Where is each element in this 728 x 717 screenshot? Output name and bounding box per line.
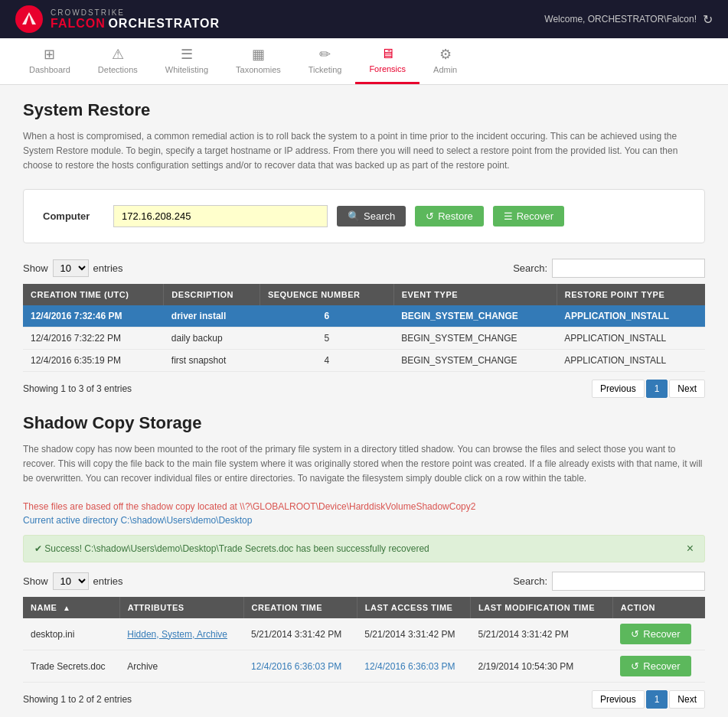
previous-button-1[interactable]: Previous <box>592 380 645 398</box>
recover-row-icon: ↺ <box>631 628 639 640</box>
cell-last-mod: 2/19/2014 10:54:30 PM <box>471 650 613 683</box>
attributes-link[interactable]: Hidden, System, Archive <box>127 629 227 640</box>
previous-button-2[interactable]: Previous <box>592 690 645 709</box>
col-restore-point-type: RESTORE POINT TYPE <box>557 284 705 305</box>
sort-arrow-name: ▲ <box>63 604 70 612</box>
cell-action: ↺ Recover <box>612 618 705 650</box>
cell-event-type: BEGIN_SYSTEM_CHANGE <box>393 327 557 349</box>
nav-item-taxonomies[interactable]: ▦ Taxonomies <box>222 38 295 84</box>
nav-item-dashboard[interactable]: ⊞ Dashboard <box>15 38 84 84</box>
whitelisting-icon: ☰ <box>181 46 193 63</box>
cell-name: desktop.ini <box>23 618 119 650</box>
cell-description: first snapshot <box>164 349 260 371</box>
nav-item-admin[interactable]: ⚙ Admin <box>419 38 471 84</box>
show-entries-1: Show 10 25 50 entries <box>23 259 123 277</box>
nav-label-taxonomies: Taxonomies <box>236 65 281 74</box>
show-entries-2: Show 10 25 50 entries <box>23 572 123 590</box>
close-alert-button[interactable]: × <box>687 542 694 556</box>
cell-sequence-number: 6 <box>260 305 393 328</box>
search-label-2: Search: <box>513 575 547 587</box>
next-button-1[interactable]: Next <box>669 380 705 398</box>
shadow-copy-description: The shadow copy has now been mounted to … <box>23 442 705 487</box>
shadow-table: NAME ▲ ATTRIBUTES CREATION TIME LAST ACC… <box>23 597 705 683</box>
shadow-table-head: NAME ▲ ATTRIBUTES CREATION TIME LAST ACC… <box>23 597 705 618</box>
recover-row-icon: ↺ <box>631 660 639 672</box>
table-row[interactable]: 12/4/2016 7:32:22 PM daily backup 5 BEGI… <box>23 327 705 349</box>
search-input-2[interactable] <box>552 572 705 591</box>
show-label-2: Show <box>23 575 48 587</box>
shadow-copy-title: Shadow Copy Storage <box>23 413 705 433</box>
search-button[interactable]: 🔍 Search <box>337 206 406 227</box>
nav-item-ticketing[interactable]: ✏ Ticketing <box>295 38 356 84</box>
nav-label-admin: Admin <box>433 65 457 74</box>
recover-button[interactable]: ☰ Recover <box>493 206 564 227</box>
next-button-2[interactable]: Next <box>669 690 705 709</box>
page-1-button-2[interactable]: 1 <box>646 690 668 709</box>
sc-col-last-access: LAST ACCESS TIME <box>357 597 470 618</box>
table-controls-2: Show 10 25 50 entries Search: <box>23 572 705 591</box>
recover-row-button[interactable]: ↺ Recover <box>620 624 690 644</box>
table-row[interactable]: Trade Secrets.doc Archive 12/4/2016 6:36… <box>23 650 705 683</box>
computer-form-card: Computer 🔍 Search ↺ Restore ☰ Recover <box>23 189 705 243</box>
cell-sequence-number: 4 <box>260 349 393 371</box>
system-restore-description: When a host is compromised, a common rem… <box>23 129 705 174</box>
cell-creation-time: 12/4/2016 7:32:46 PM <box>23 305 164 328</box>
table-row[interactable]: 12/4/2016 7:32:46 PM driver install 6 BE… <box>23 305 705 328</box>
nav-label-detections: Detections <box>98 65 138 74</box>
recover-row-button[interactable]: ↺ Recover <box>620 656 690 676</box>
entries-select-2[interactable]: 10 25 50 <box>53 572 89 590</box>
computer-input[interactable] <box>113 205 328 227</box>
logo-falcon-orchestrator: FALCON ORCHESTRATOR <box>51 17 220 31</box>
showing-text-1: Showing 1 to 3 of 3 entries <box>23 383 132 394</box>
pagination-2: Previous 1 Next <box>592 690 705 709</box>
cell-restore-point-type: APPLICATION_INSTALL <box>557 327 705 349</box>
table-row[interactable]: desktop.ini Hidden, System, Archive 5/21… <box>23 618 705 650</box>
cell-action: ↺ Recover <box>612 650 705 683</box>
refresh-icon[interactable]: ↻ <box>703 12 713 27</box>
cell-creation-time: 12/4/2016 6:35:19 PM <box>23 349 164 371</box>
info-active-dir: Current active directory C:\shadow\Users… <box>23 515 705 526</box>
search-input-1[interactable] <box>552 259 705 278</box>
dashboard-icon: ⊞ <box>44 46 55 63</box>
recover-icon: ☰ <box>504 210 513 222</box>
shadow-copy-section: Shadow Copy Storage The shadow copy has … <box>23 413 705 709</box>
nav-label-ticketing: Ticketing <box>309 65 342 74</box>
cell-description: daily backup <box>164 327 260 349</box>
header-user: Welcome, ORCHESTRATOR\Falcon! ↻ <box>544 12 713 27</box>
last-access-time-value: 12/4/2016 6:36:03 PM <box>364 661 455 672</box>
nav-item-detections[interactable]: ⚠ Detections <box>84 38 152 84</box>
col-sequence-number: SEQUENCE NUMBER <box>260 284 393 305</box>
col-creation-time: CREATION TIME (UTC) <box>23 284 164 305</box>
ticketing-icon: ✏ <box>319 46 331 63</box>
search-box-2: Search: <box>513 572 705 591</box>
showing-text-2: Showing 1 to 2 of 2 entries <box>23 694 132 705</box>
restore-button[interactable]: ↺ Restore <box>415 206 484 227</box>
nav-label-dashboard: Dashboard <box>29 65 70 74</box>
page-1-button-1[interactable]: 1 <box>646 380 668 398</box>
logo: CROWDSTRIKE FALCON ORCHESTRATOR <box>15 5 220 33</box>
entries-label-1: entries <box>93 262 123 274</box>
col-event-type: EVENT TYPE <box>393 284 557 305</box>
nav-label-whitelisting: Whitelisting <box>165 65 208 74</box>
info-shadow-path: These files are based off the shadow cop… <box>23 501 705 512</box>
cell-restore-point-type: APPLICATION_INSTALL <box>557 305 705 328</box>
cell-last-access: 5/21/2014 3:31:42 PM <box>357 618 470 650</box>
computer-label: Computer <box>43 210 104 222</box>
cell-last-mod: 5/21/2014 3:31:42 PM <box>471 618 613 650</box>
cell-event-type: BEGIN_SYSTEM_CHANGE <box>393 349 557 371</box>
main-content: System Restore When a host is compromise… <box>0 85 728 717</box>
header: CROWDSTRIKE FALCON ORCHESTRATOR Welcome,… <box>0 0 728 38</box>
table-row[interactable]: 12/4/2016 6:35:19 PM first snapshot 4 BE… <box>23 349 705 371</box>
col-description: DESCRIPTION <box>164 284 260 305</box>
admin-icon: ⚙ <box>439 46 452 63</box>
nav-item-forensics[interactable]: 🖥 Forensics <box>355 38 419 84</box>
cell-sequence-number: 5 <box>260 327 393 349</box>
sc-col-last-mod: LAST MODIFICATION TIME <box>471 597 613 618</box>
nav-item-whitelisting[interactable]: ☰ Whitelisting <box>152 38 222 84</box>
system-restore-title: System Restore <box>23 100 705 120</box>
user-greeting: Welcome, ORCHESTRATOR\Falcon! <box>544 14 697 24</box>
pagination-row-1: Showing 1 to 3 of 3 entries Previous 1 N… <box>23 380 705 398</box>
cell-last-access: 12/4/2016 6:36:03 PM <box>357 650 470 683</box>
entries-select-1[interactable]: 10 25 50 <box>53 259 89 277</box>
logo-text: CROWDSTRIKE FALCON ORCHESTRATOR <box>51 8 220 31</box>
